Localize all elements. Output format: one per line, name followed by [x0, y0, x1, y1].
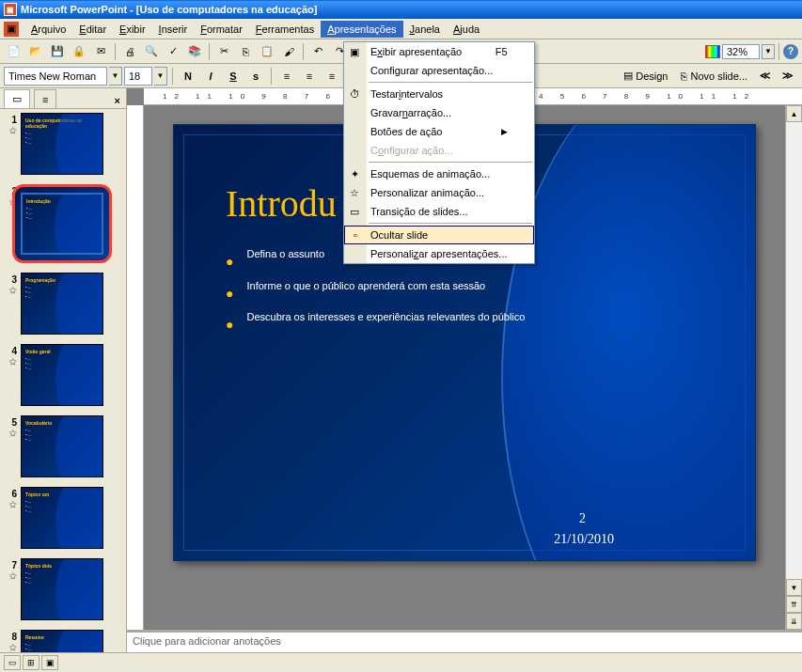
design-button[interactable]: ▤ Design	[618, 66, 673, 86]
print-button[interactable]: 🖨	[119, 41, 140, 62]
menubar: ▣ ArquivoEditarExibirInserirFormatarFerr…	[0, 19, 802, 39]
menu-item-personalizar-anima-o-[interactable]: ☆Personalizar animação...	[344, 183, 534, 202]
open-button[interactable]: 📂	[25, 41, 46, 62]
menu-item-ocultar-slide[interactable]: ▫Ocultar slide	[344, 226, 534, 244]
menu-item-esquemas-de-anima-o-[interactable]: ✦Esquemas de animação...	[344, 164, 534, 183]
statusbar: ▭ ⊞ ▣	[0, 652, 802, 671]
thumbnail-7[interactable]: 7✩Tópico dois• ...• ...• ...	[4, 558, 122, 620]
font-size-arrow[interactable]: ▼	[154, 67, 167, 86]
paste-button[interactable]: 📋	[257, 41, 277, 62]
notes-area[interactable]: Clique para adicionar anotações	[127, 630, 802, 652]
format-painter-button[interactable]: 🖌	[278, 41, 299, 62]
thumbnail-4[interactable]: 4✩Visão geral• ...• ...• ...	[4, 344, 122, 406]
slide-bullet[interactable]: Informe o que o público aprenderá com es…	[226, 279, 699, 304]
tab-outline[interactable]: ≡	[34, 89, 56, 108]
new-button[interactable]: 📄	[4, 41, 24, 62]
tab-close[interactable]: ×	[109, 93, 126, 108]
new-slide-button[interactable]: ⎘ Novo slide...	[675, 66, 753, 86]
menu-editar[interactable]: Editar	[72, 21, 113, 38]
titlebar-app: Microsoft PowerPoint - [Uso de computado…	[21, 4, 317, 15]
slide-panel: ▭ ≡ × 1✩Uso de computadores na educação•…	[0, 88, 127, 652]
menu-item-configurar-apresenta-o-[interactable]: Configurar apresentação...	[344, 61, 534, 80]
scroll-track[interactable]	[786, 122, 802, 579]
slide-page-num: 2	[579, 511, 586, 526]
save-button[interactable]: 💾	[47, 41, 68, 62]
thumbnail-list: 1✩Uso de computadores na educação• ...• …	[0, 109, 126, 652]
underline-button[interactable]: S	[223, 66, 244, 86]
ruler-vertical	[127, 105, 144, 630]
research-button[interactable]: 📚	[184, 41, 205, 62]
cut-button[interactable]: ✂	[213, 41, 234, 62]
thumbnail-2[interactable]: 2✩Introdução• ...• ...• ...	[4, 184, 122, 263]
normal-view-button[interactable]: ▭	[4, 655, 21, 670]
scroll-down-button[interactable]: ▼	[786, 579, 802, 596]
menu-item-configurar-a-o-: Configurar ação...	[344, 141, 534, 160]
titlebar: ▣ Microsoft PowerPoint - [Uso de computa…	[0, 0, 802, 19]
zoom-control[interactable]: 32% ▼	[705, 44, 775, 59]
menu-apresentações[interactable]: Apresentações	[321, 21, 402, 38]
thumbnail-3[interactable]: 3✩Programação• ...• ...• ...	[4, 273, 122, 335]
doc-icon: ▣	[4, 22, 19, 37]
thumbnail-1[interactable]: 1✩Uso de computadores na educação• ...• …	[4, 113, 122, 175]
menu-ajuda[interactable]: Ajuda	[447, 21, 486, 38]
font-name-select[interactable]: Times New Roman	[4, 67, 107, 86]
menu-item-exibir-apresenta-o[interactable]: ▣Exibir apresentaçãoF5	[344, 42, 534, 61]
menu-item-testar-intervalos[interactable]: ⏱Testar intervalos	[344, 85, 534, 103]
zoom-value[interactable]: 32%	[722, 44, 760, 59]
font-size-select[interactable]: 18	[124, 67, 152, 86]
increase-indent-button[interactable]: ≫	[778, 66, 798, 86]
email-button[interactable]: ✉	[90, 41, 111, 62]
zoom-dropdown-arrow[interactable]: ▼	[762, 44, 775, 59]
panel-tabs: ▭ ≡ ×	[0, 88, 126, 109]
menu-item-personalizar-apresenta-es-[interactable]: Personalizar apresentações...	[344, 244, 534, 263]
menu-arquivo[interactable]: Arquivo	[24, 21, 72, 38]
permission-button[interactable]: 🔒	[69, 41, 89, 62]
slide-bullet[interactable]: Descubra os interesses e experiências re…	[226, 310, 699, 335]
italic-button[interactable]: I	[200, 66, 221, 86]
sorter-view-button[interactable]: ⊞	[23, 655, 39, 670]
shadow-button[interactable]: s	[245, 66, 266, 86]
menu-exibir[interactable]: Exibir	[113, 21, 152, 38]
decrease-indent-button[interactable]: ≪	[755, 66, 776, 86]
prev-slide-button[interactable]: ⇈	[786, 596, 802, 613]
align-left-button[interactable]: ≡	[276, 66, 297, 86]
thumbnail-5[interactable]: 5✩Vocabulário• ...• ...• ...	[4, 415, 122, 477]
help-button[interactable]: ?	[783, 44, 798, 59]
menu-inserir[interactable]: Inserir	[152, 21, 195, 38]
scroll-up-button[interactable]: ▲	[786, 105, 802, 122]
menu-formatar[interactable]: Formatar	[194, 21, 249, 38]
preview-button[interactable]: 🔍	[141, 41, 162, 62]
vertical-scrollbar[interactable]: ▲ ▼ ⇈ ⇊	[785, 105, 802, 630]
slide-title[interactable]: Introdu	[226, 181, 337, 226]
app-icon: ▣	[4, 3, 17, 16]
menu-ferramentas[interactable]: Ferramentas	[249, 21, 321, 38]
menu-item-gravar-narra-o-[interactable]: Gravar narração...	[344, 103, 534, 122]
menu-item-bot-es-de-a-o[interactable]: Botões de ação▶	[344, 122, 534, 141]
next-slide-button[interactable]: ⇊	[786, 613, 802, 630]
bold-button[interactable]: N	[178, 66, 198, 86]
undo-button[interactable]: ↶	[307, 41, 328, 62]
menu-janela[interactable]: Janela	[403, 21, 447, 38]
copy-button[interactable]: ⎘	[235, 41, 256, 62]
align-right-button[interactable]: ≡	[322, 66, 342, 86]
apresentacoes-menu: ▣Exibir apresentaçãoF5Configurar apresen…	[343, 41, 535, 264]
color-icon	[705, 45, 720, 58]
slide-date: 21/10/2010	[554, 532, 614, 547]
slideshow-view-button[interactable]: ▣	[41, 655, 58, 670]
spellcheck-button[interactable]: ✓	[163, 41, 183, 62]
align-center-button[interactable]: ≡	[299, 66, 320, 86]
menu-item-transi-o-de-slides-[interactable]: ▭Transição de slides...	[344, 202, 534, 221]
thumbnail-6[interactable]: 6✩Tópico um• ...• ...• ...	[4, 487, 122, 549]
thumbnail-8[interactable]: 8✩Resumo• ...• ...• ...	[4, 630, 122, 652]
tab-slides[interactable]: ▭	[4, 89, 30, 108]
font-name-arrow[interactable]: ▼	[109, 67, 122, 86]
